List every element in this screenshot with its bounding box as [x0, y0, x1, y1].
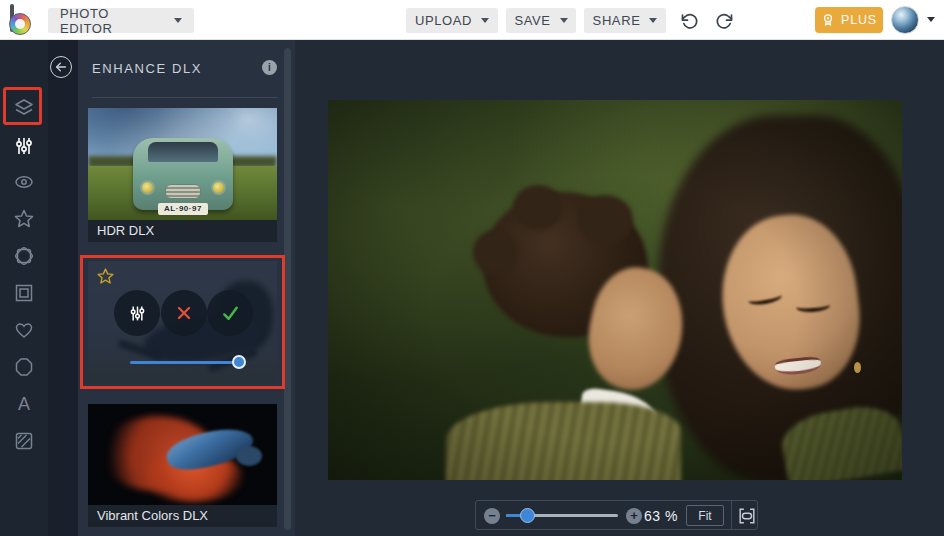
apply-effect-button[interactable] — [207, 290, 253, 336]
befunky-logo-icon[interactable] — [9, 13, 31, 35]
panel-title: ENHANCE DLX — [92, 61, 202, 76]
plus-label: PLUS — [841, 13, 877, 27]
effect-label: Vibrant Colors DLX — [88, 505, 277, 527]
zoom-out-button[interactable]: − — [484, 508, 500, 524]
save-button[interactable]: SAVE — [506, 8, 576, 33]
fit-button[interactable]: Fit — [686, 505, 724, 526]
adjust-sliders-icon — [13, 135, 35, 157]
frame-icon — [13, 282, 35, 304]
sidebar-item-effects[interactable] — [13, 171, 35, 193]
license-plate-text: AL·90·97 — [158, 203, 208, 215]
zoom-toolbar: − + 63 % Fit — [475, 500, 758, 530]
chevron-down-icon — [174, 18, 182, 23]
tools-sidebar: A — [0, 40, 48, 536]
sidebar-item-artsy[interactable] — [13, 245, 35, 267]
chevron-down-icon — [560, 18, 568, 23]
sidebar-item-frames[interactable] — [13, 282, 35, 304]
texture-icon — [13, 430, 35, 452]
adjust-sliders-icon — [128, 304, 147, 323]
text-icon: A — [13, 393, 35, 415]
save-label: SAVE — [514, 13, 550, 28]
heart-icon — [13, 319, 35, 341]
edited-photo[interactable] — [328, 100, 902, 480]
photo-subject-boy-hair — [483, 192, 648, 337]
redo-icon — [714, 11, 734, 31]
photo-subject-mother-hair — [658, 115, 902, 480]
medal-icon — [821, 13, 835, 27]
effect-amount-slider[interactable] — [130, 361, 242, 364]
sidebar-item-layers[interactable] — [13, 97, 35, 119]
zoom-percent: 63 % — [644, 508, 678, 524]
effect-thumbnail-selected[interactable] — [88, 261, 277, 383]
photo-subject-mother-face — [713, 207, 868, 397]
photo-editor-label: PHOTO EDITOR — [60, 6, 165, 36]
photo-subject-earring — [854, 362, 861, 373]
panel-collapse-strip — [48, 40, 78, 536]
sidebar-item-textures[interactable] — [13, 430, 35, 452]
panel-divider — [92, 97, 278, 98]
vibrant-colors-preview-image — [88, 404, 277, 505]
star-icon — [13, 208, 35, 230]
sidebar-item-star-effects[interactable] — [13, 208, 35, 230]
befunky-photo-editor: PHOTO EDITOR UPLOAD SAVE SHARE — [0, 0, 944, 536]
hdr-dlx-preview-image: AL·90·97 — [88, 108, 277, 220]
fullscreen-button[interactable] — [737, 506, 757, 526]
effect-settings-button[interactable] — [114, 290, 160, 336]
sidebar-item-overlays[interactable] — [13, 319, 35, 341]
panel-scrollbar[interactable] — [284, 48, 291, 530]
sidebar-item-text[interactable]: A — [13, 393, 35, 415]
share-label: SHARE — [593, 13, 641, 28]
redo-button[interactable] — [710, 8, 738, 33]
upload-label: UPLOAD — [415, 13, 472, 28]
cancel-effect-button[interactable] — [161, 290, 207, 336]
x-icon — [174, 303, 194, 323]
chevron-down-icon — [649, 18, 657, 23]
effect-label: HDR DLX — [88, 220, 277, 242]
photo-subject-mother-smile — [774, 356, 821, 377]
photo-editor-menu-button[interactable]: PHOTO EDITOR — [48, 8, 194, 33]
info-icon[interactable]: i — [262, 60, 277, 75]
check-icon — [220, 303, 241, 324]
effect-thumbnail-vibrant-colors-dlx[interactable]: Vibrant Colors DLX — [88, 404, 277, 527]
eye-icon — [13, 171, 35, 193]
arrow-left-icon — [54, 60, 68, 74]
top-toolbar: PHOTO EDITOR UPLOAD SAVE SHARE — [0, 0, 944, 40]
fullscreen-icon — [737, 506, 757, 526]
favorite-star-icon[interactable] — [96, 267, 115, 286]
photo-subject-boy-face — [578, 260, 693, 398]
toolbar-separator — [731, 501, 732, 529]
undo-icon — [680, 11, 700, 31]
layers-icon — [13, 97, 35, 119]
zoom-slider-handle[interactable] — [520, 508, 535, 523]
sidebar-item-graphics[interactable] — [13, 356, 35, 378]
chevron-down-icon — [481, 18, 489, 23]
effect-thumbnail-hdr-dlx[interactable]: AL·90·97 HDR DLX — [88, 108, 277, 242]
sidebar-item-adjust[interactable] — [13, 135, 35, 157]
photo-subject-mother-top — [778, 400, 902, 480]
selected-effect-preview-image — [88, 261, 277, 383]
photo-subject-boy-vest — [446, 402, 681, 480]
account-menu-caret-icon[interactable] — [927, 17, 935, 22]
upload-button[interactable]: UPLOAD — [406, 8, 498, 33]
undo-button[interactable] — [676, 8, 704, 33]
photo-subject-boy-collar — [577, 387, 660, 439]
user-avatar[interactable] — [891, 6, 919, 34]
badge-icon — [13, 356, 35, 378]
zoom-in-button[interactable]: + — [626, 508, 642, 524]
share-button[interactable]: SHARE — [584, 8, 666, 33]
back-button[interactable] — [50, 56, 72, 78]
plus-upgrade-button[interactable]: PLUS — [815, 7, 883, 33]
svg-text:A: A — [18, 394, 30, 414]
effect-amount-slider-handle[interactable] — [232, 355, 246, 369]
flower-icon — [13, 245, 35, 267]
